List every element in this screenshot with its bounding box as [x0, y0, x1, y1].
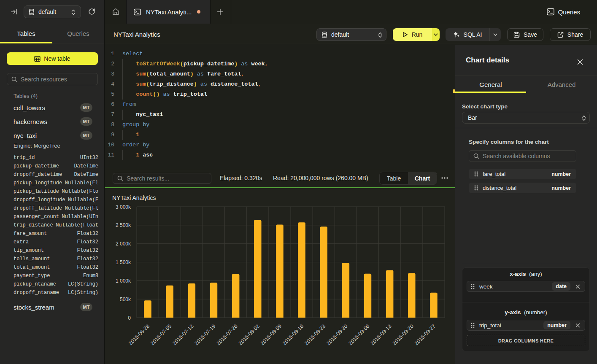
- svg-text:2015-07-19: 2015-07-19: [194, 323, 217, 346]
- svg-text:1 500k: 1 500k: [116, 259, 131, 265]
- svg-text:2015-08-02: 2015-08-02: [238, 323, 261, 346]
- svg-text:2 000k: 2 000k: [116, 241, 131, 247]
- svg-text:2015-09-13: 2015-09-13: [370, 323, 393, 346]
- svg-text:2015-07-26: 2015-07-26: [216, 323, 239, 346]
- svg-text:3 000k: 3 000k: [116, 204, 131, 210]
- svg-text:0: 0: [128, 315, 131, 321]
- svg-text:2015-08-16: 2015-08-16: [281, 323, 305, 346]
- svg-text:2015-07-05: 2015-07-05: [149, 323, 173, 346]
- svg-text:500k: 500k: [120, 297, 131, 302]
- svg-text:2015-07-12: 2015-07-12: [171, 323, 194, 346]
- svg-text:2 500k: 2 500k: [116, 222, 131, 228]
- svg-text:2015-06-28: 2015-06-28: [127, 323, 151, 346]
- svg-text:2015-08-23: 2015-08-23: [303, 323, 327, 346]
- svg-text:2015-08-09: 2015-08-09: [259, 323, 283, 346]
- svg-text:2015-09-06: 2015-09-06: [348, 323, 371, 346]
- svg-text:2015-08-30: 2015-08-30: [325, 323, 348, 346]
- svg-text:1 000k: 1 000k: [116, 278, 131, 284]
- svg-text:2015-09-27: 2015-09-27: [413, 323, 437, 346]
- svg-text:2015-09-20: 2015-09-20: [392, 323, 415, 346]
